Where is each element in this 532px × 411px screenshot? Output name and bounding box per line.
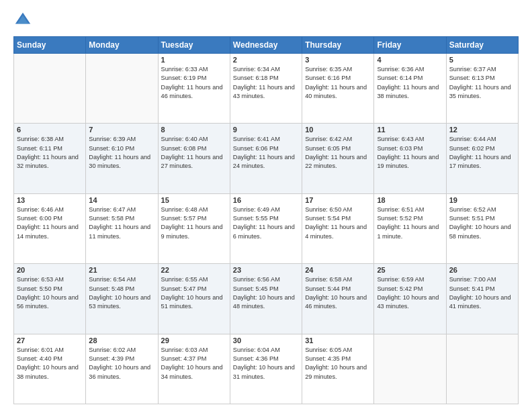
calendar-cell: 19Sunrise: 6:52 AMSunset: 5:51 PMDayligh…: [446, 193, 518, 263]
calendar-cell: 2Sunrise: 6:34 AMSunset: 6:18 PMDaylight…: [230, 54, 302, 124]
day-info: Sunrise: 6:59 AMSunset: 5:42 PMDaylight:…: [377, 275, 443, 311]
calendar-cell: 4Sunrise: 6:36 AMSunset: 6:14 PMDaylight…: [374, 54, 446, 124]
calendar-cell: 12Sunrise: 6:44 AMSunset: 6:02 PMDayligh…: [446, 124, 518, 193]
day-info: Sunrise: 6:48 AMSunset: 5:57 PMDaylight:…: [161, 205, 227, 241]
day-number: 3: [305, 56, 371, 64]
day-info: Sunrise: 6:36 AMSunset: 6:14 PMDaylight:…: [377, 65, 443, 101]
calendar-cell: [14, 54, 86, 124]
day-number: 6: [17, 126, 83, 134]
day-info: Sunrise: 6:35 AMSunset: 6:16 PMDaylight:…: [305, 65, 371, 101]
day-info: Sunrise: 6:01 AMSunset: 4:40 PMDaylight:…: [17, 346, 83, 381]
day-number: 14: [89, 196, 154, 204]
weekday-header: Sunday: [14, 37, 86, 54]
day-info: Sunrise: 6:50 AMSunset: 5:54 PMDaylight:…: [305, 205, 371, 241]
calendar-cell: 1Sunrise: 6:33 AMSunset: 6:19 PMDaylight…: [158, 54, 230, 124]
calendar-cell: 16Sunrise: 6:49 AMSunset: 5:55 PMDayligh…: [230, 193, 302, 263]
day-number: 9: [233, 126, 299, 134]
day-info: Sunrise: 6:46 AMSunset: 6:00 PMDaylight:…: [17, 205, 83, 241]
day-info: Sunrise: 6:44 AMSunset: 6:02 PMDaylight:…: [449, 135, 515, 171]
calendar-cell: 10Sunrise: 6:42 AMSunset: 6:05 PMDayligh…: [302, 124, 374, 193]
calendar-cell: 23Sunrise: 6:56 AMSunset: 5:45 PMDayligh…: [230, 264, 302, 334]
day-number: 24: [305, 266, 371, 274]
calendar-cell: 5Sunrise: 6:37 AMSunset: 6:13 PMDaylight…: [446, 54, 518, 124]
day-number: 18: [377, 196, 443, 204]
day-number: 10: [305, 126, 371, 134]
day-info: Sunrise: 6:38 AMSunset: 6:11 PMDaylight:…: [17, 135, 83, 171]
day-number: 23: [233, 266, 299, 274]
day-number: 4: [377, 56, 443, 64]
day-number: 11: [377, 126, 443, 134]
calendar-cell: 29Sunrise: 6:03 AMSunset: 4:37 PMDayligh…: [158, 334, 230, 404]
day-number: 1: [161, 56, 227, 64]
day-info: Sunrise: 6:04 AMSunset: 4:36 PMDaylight:…: [233, 346, 299, 381]
day-info: Sunrise: 6:41 AMSunset: 6:06 PMDaylight:…: [233, 135, 299, 171]
calendar-cell: 18Sunrise: 6:51 AMSunset: 5:52 PMDayligh…: [374, 193, 446, 263]
calendar-cell: 27Sunrise: 6:01 AMSunset: 4:40 PMDayligh…: [14, 334, 86, 404]
calendar-cell: 24Sunrise: 6:58 AMSunset: 5:44 PMDayligh…: [302, 264, 374, 334]
calendar-cell: 25Sunrise: 6:59 AMSunset: 5:42 PMDayligh…: [374, 264, 446, 334]
day-info: Sunrise: 6:37 AMSunset: 6:13 PMDaylight:…: [449, 65, 515, 101]
day-info: Sunrise: 6:54 AMSunset: 5:48 PMDaylight:…: [89, 275, 154, 311]
calendar-cell: 14Sunrise: 6:47 AMSunset: 5:58 PMDayligh…: [86, 193, 158, 263]
weekday-header: Friday: [374, 37, 446, 54]
day-info: Sunrise: 6:53 AMSunset: 5:50 PMDaylight:…: [17, 275, 83, 311]
day-info: Sunrise: 6:56 AMSunset: 5:45 PMDaylight:…: [233, 275, 299, 311]
calendar-cell: 7Sunrise: 6:39 AMSunset: 6:10 PMDaylight…: [86, 124, 158, 193]
calendar-cell: [86, 54, 158, 124]
day-info: Sunrise: 6:47 AMSunset: 5:58 PMDaylight:…: [89, 205, 154, 241]
day-number: 27: [17, 336, 83, 345]
day-info: Sunrise: 6:52 AMSunset: 5:51 PMDaylight:…: [449, 205, 515, 241]
calendar-cell: 21Sunrise: 6:54 AMSunset: 5:48 PMDayligh…: [86, 264, 158, 334]
day-number: 31: [305, 336, 371, 345]
calendar-cell: 30Sunrise: 6:04 AMSunset: 4:36 PMDayligh…: [230, 334, 302, 404]
logo-icon: [13, 11, 32, 30]
day-info: Sunrise: 6:49 AMSunset: 5:55 PMDaylight:…: [233, 205, 299, 241]
calendar-cell: 3Sunrise: 6:35 AMSunset: 6:16 PMDaylight…: [302, 54, 374, 124]
page: SundayMondayTuesdayWednesdayThursdayFrid…: [0, 0, 532, 411]
day-number: 25: [377, 266, 443, 274]
day-number: 26: [449, 266, 515, 274]
calendar-cell: 28Sunrise: 6:02 AMSunset: 4:39 PMDayligh…: [86, 334, 158, 404]
day-number: 5: [449, 56, 515, 64]
day-info: Sunrise: 6:02 AMSunset: 4:39 PMDaylight:…: [89, 346, 154, 381]
calendar-cell: 9Sunrise: 6:41 AMSunset: 6:06 PMDaylight…: [230, 124, 302, 193]
day-info: Sunrise: 6:42 AMSunset: 6:05 PMDaylight:…: [305, 135, 371, 171]
day-number: 13: [17, 196, 83, 204]
day-info: Sunrise: 6:03 AMSunset: 4:37 PMDaylight:…: [161, 346, 227, 381]
day-info: Sunrise: 6:43 AMSunset: 6:03 PMDaylight:…: [377, 135, 443, 171]
day-info: Sunrise: 6:40 AMSunset: 6:08 PMDaylight:…: [161, 135, 227, 171]
calendar-cell: 26Sunrise: 7:00 AMSunset: 5:41 PMDayligh…: [446, 264, 518, 334]
day-number: 16: [233, 196, 299, 204]
calendar-cell: [446, 334, 518, 404]
calendar-table: SundayMondayTuesdayWednesdayThursdayFrid…: [13, 36, 519, 404]
day-number: 29: [161, 336, 227, 345]
logo: [13, 11, 35, 30]
day-info: Sunrise: 6:33 AMSunset: 6:19 PMDaylight:…: [161, 65, 227, 101]
weekday-header: Wednesday: [230, 37, 302, 54]
day-info: Sunrise: 6:05 AMSunset: 4:35 PMDaylight:…: [305, 346, 371, 381]
weekday-header: Thursday: [302, 37, 374, 54]
calendar-cell: 13Sunrise: 6:46 AMSunset: 6:00 PMDayligh…: [14, 193, 86, 263]
day-info: Sunrise: 6:55 AMSunset: 5:47 PMDaylight:…: [161, 275, 227, 311]
day-number: 22: [161, 266, 227, 274]
day-info: Sunrise: 7:00 AMSunset: 5:41 PMDaylight:…: [449, 275, 515, 311]
day-info: Sunrise: 6:39 AMSunset: 6:10 PMDaylight:…: [89, 135, 154, 171]
day-number: 20: [17, 266, 83, 274]
day-number: 17: [305, 196, 371, 204]
weekday-header: Tuesday: [158, 37, 230, 54]
day-number: 2: [233, 56, 299, 64]
day-number: 12: [449, 126, 515, 134]
header: [13, 11, 519, 30]
calendar-cell: 15Sunrise: 6:48 AMSunset: 5:57 PMDayligh…: [158, 193, 230, 263]
day-number: 30: [233, 336, 299, 345]
weekday-header: Monday: [86, 37, 158, 54]
calendar-cell: 6Sunrise: 6:38 AMSunset: 6:11 PMDaylight…: [14, 124, 86, 193]
day-number: 15: [161, 196, 227, 204]
calendar-cell: 17Sunrise: 6:50 AMSunset: 5:54 PMDayligh…: [302, 193, 374, 263]
day-info: Sunrise: 6:34 AMSunset: 6:18 PMDaylight:…: [233, 65, 299, 101]
weekday-header: Saturday: [446, 37, 518, 54]
calendar-cell: 20Sunrise: 6:53 AMSunset: 5:50 PMDayligh…: [14, 264, 86, 334]
calendar-cell: 11Sunrise: 6:43 AMSunset: 6:03 PMDayligh…: [374, 124, 446, 193]
calendar-cell: [374, 334, 446, 404]
calendar-cell: 8Sunrise: 6:40 AMSunset: 6:08 PMDaylight…: [158, 124, 230, 193]
